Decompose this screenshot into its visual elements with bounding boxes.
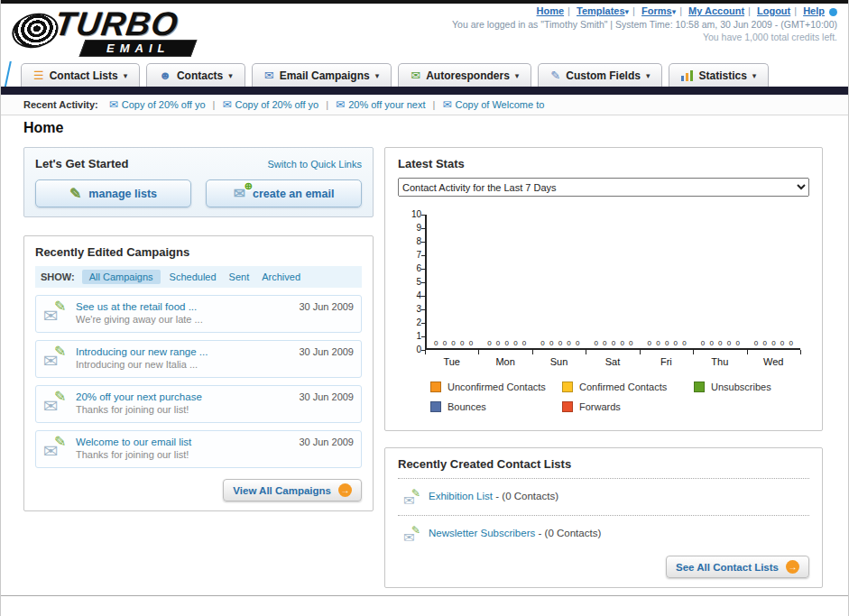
switch-quick-links[interactable]: Switch to Quick Links bbox=[267, 159, 362, 170]
legend-swatch bbox=[694, 382, 705, 392]
top-link-my-account[interactable]: My Account bbox=[688, 5, 744, 16]
x-axis-day-label: Tue bbox=[425, 356, 478, 367]
envelope-plus-icon: ✉⊕ bbox=[234, 185, 245, 202]
chevron-down-icon: ▾ bbox=[515, 71, 520, 80]
chevron-down-icon: ▾ bbox=[124, 71, 128, 80]
recent-activity-item[interactable]: ✉ 20% off your next bbox=[336, 98, 425, 111]
campaign-row[interactable]: ✉✎ Introducing our new range ... Introdu… bbox=[35, 340, 362, 378]
latest-stats-panel: Latest Stats Contact Activity for the La… bbox=[384, 147, 823, 431]
envelope-pencil-icon: ✉✎ bbox=[403, 526, 425, 544]
contact-list-item[interactable]: ✉✎ Newsletter Subscribers - (0 Contacts) bbox=[398, 523, 809, 545]
recent-activity-label: Recent Activity: bbox=[23, 99, 98, 110]
campaign-date: 30 Jun 2009 bbox=[299, 301, 354, 312]
autoresponders-icon: ✉ bbox=[411, 69, 420, 81]
chevron-down-icon: ▾ bbox=[646, 71, 651, 80]
legend-swatch bbox=[562, 401, 573, 412]
filter-tab-sent[interactable]: Sent bbox=[229, 271, 250, 282]
top-link-templates[interactable]: Templates bbox=[577, 5, 625, 16]
y-axis-tick-label: 9 bbox=[398, 223, 421, 233]
statistics-icon bbox=[681, 70, 693, 81]
page-title: Home bbox=[23, 120, 63, 136]
contact-list-name[interactable]: Exhibition List bbox=[429, 491, 493, 501]
campaign-subtitle: We're giving away our late ... bbox=[76, 314, 354, 325]
recent-activity-item[interactable]: ✉ Copy of 20% off yo bbox=[109, 98, 206, 111]
email-campaigns-icon: ✉ bbox=[264, 69, 274, 81]
stats-period-select[interactable]: Contact Activity for the Last 7 Days bbox=[398, 178, 809, 197]
top-link-logout[interactable]: Logout bbox=[757, 5, 790, 16]
contact-activity-chart: 012345678910 0 0 0 0 00 0 0 0 00 0 0 0 0… bbox=[398, 215, 809, 421]
top-link-help[interactable]: Help bbox=[803, 5, 825, 16]
login-info: You are logged in as "Timothy Smith" | S… bbox=[452, 19, 837, 30]
contact-list-name[interactable]: Newsletter Subscribers bbox=[429, 528, 535, 538]
chart-x-labels: TueMonSunSatFriThuWed bbox=[425, 356, 800, 367]
campaign-date: 30 Jun 2009 bbox=[299, 437, 354, 447]
chart-value-group: 0 0 0 0 0 bbox=[427, 339, 480, 347]
contacts-icon: ☻ bbox=[159, 69, 171, 81]
nav-tab-autoresponders[interactable]: ✉ Autoresponders ▾ bbox=[398, 63, 531, 87]
envelope-pencil-icon: ✉✎ bbox=[43, 391, 72, 415]
y-axis-tick-label: 1 bbox=[398, 331, 421, 341]
y-axis-tick-label: 8 bbox=[398, 236, 421, 246]
filter-tab-archived[interactable]: Archived bbox=[262, 271, 300, 282]
contact-list-detail: - (0 Contacts) bbox=[539, 528, 602, 538]
nav-tab-statistics[interactable]: Statistics ▾ bbox=[669, 63, 769, 87]
recent-activity-item[interactable]: ✉ Copy of Welcome to bbox=[442, 98, 544, 111]
nav-tab-contact-lists[interactable]: ☰ Contact Lists ▾ bbox=[21, 63, 140, 87]
x-axis-day-label: Mon bbox=[478, 356, 531, 367]
see-all-contact-lists-button[interactable]: See All Contact Lists → bbox=[666, 556, 809, 578]
manage-lists-button[interactable]: ✎ manage lists bbox=[35, 179, 191, 207]
y-axis-tick-label: 0 bbox=[398, 345, 421, 354]
envelope-pencil-icon: ✉✎ bbox=[43, 437, 72, 460]
nav-tab-custom-fields[interactable]: ✎ Custom Fields ▾ bbox=[538, 63, 662, 87]
x-axis-day-label: Fri bbox=[640, 356, 693, 367]
legend-item: Bounces bbox=[430, 401, 562, 412]
y-axis-tick-label: 6 bbox=[398, 263, 421, 273]
legend-swatch bbox=[562, 382, 573, 392]
right-column: Latest Stats Contact Activity for the La… bbox=[384, 147, 823, 588]
recent-activity-item[interactable]: ✉ Copy of 20% off yo bbox=[222, 98, 318, 111]
filter-tab-scheduled[interactable]: Scheduled bbox=[170, 271, 217, 282]
help-icon[interactable] bbox=[829, 8, 837, 16]
chart-x-ticks bbox=[425, 350, 800, 354]
chart-value-group: 0 0 0 0 0 bbox=[480, 339, 533, 347]
envelope-icon: ✉ bbox=[109, 98, 118, 111]
campaign-row[interactable]: ✉✎ Welcome to our email list Thanks for … bbox=[35, 430, 362, 468]
get-started-panel: Let's Get Started Switch to Quick Links … bbox=[23, 147, 374, 217]
contact-list-detail: - (0 Contacts) bbox=[495, 491, 558, 501]
view-all-campaigns-button[interactable]: View All Campaigns → bbox=[223, 479, 362, 501]
envelope-pencil-icon: ✉✎ bbox=[43, 346, 72, 370]
logo-text-email: EMAIL bbox=[106, 41, 170, 55]
legend-swatch bbox=[430, 401, 441, 412]
y-axis-tick-label: 4 bbox=[398, 290, 421, 300]
show-label: SHOW: bbox=[41, 271, 75, 282]
chart-value-group: 0 0 0 0 0 bbox=[586, 339, 640, 347]
y-axis-tick-label: 5 bbox=[398, 277, 421, 287]
contact-list-item[interactable]: ✉✎ Exhibition List - (0 Contacts) bbox=[398, 486, 809, 508]
filter-tab-all-campaigns[interactable]: All Campaigns bbox=[82, 270, 161, 284]
top-link-forms[interactable]: Forms bbox=[641, 5, 672, 16]
chevron-down-icon: ▾ bbox=[672, 7, 677, 16]
legend-label: Unconfirmed Contacts bbox=[448, 382, 546, 392]
page: TURBO EMAIL Home| Templates▾| Forms▾| My… bbox=[0, 0, 849, 616]
recent-contact-lists-panel: Recently Created Contact Lists ✉✎ Exhibi… bbox=[384, 447, 823, 588]
legend-label: Bounces bbox=[448, 401, 486, 412]
chart-value-group: 0 0 0 0 0 bbox=[533, 339, 586, 347]
legend-item: Forwards bbox=[562, 401, 694, 412]
legend-item: Confirmed Contacts bbox=[562, 382, 694, 392]
top-links: Home| Templates▾| Forms▾| My Account| Lo… bbox=[452, 5, 837, 16]
get-started-title: Let's Get Started bbox=[35, 157, 129, 170]
campaign-date: 30 Jun 2009 bbox=[299, 391, 354, 402]
nav-tab-email-campaigns[interactable]: ✉ Email Campaigns ▾ bbox=[252, 63, 392, 87]
legend-label: Forwards bbox=[579, 401, 621, 412]
credits-info: You have 1,000 total credits left. bbox=[452, 32, 837, 42]
envelope-icon: ✉ bbox=[336, 98, 345, 111]
header-right: Home| Templates▾| Forms▾| My Account| Lo… bbox=[452, 5, 837, 42]
campaign-row[interactable]: ✉✎ 20% off your next purchase Thanks for… bbox=[35, 385, 362, 423]
recent-activity-bar: Recent Activity: ✉ Copy of 20% off yo | … bbox=[1, 95, 848, 115]
nav-tab-contacts[interactable]: ☻ Contacts ▾ bbox=[146, 63, 245, 87]
campaign-row[interactable]: ✉✎ See us at the retail food ... We're g… bbox=[35, 295, 362, 333]
create-email-button[interactable]: ✉⊕ create an email bbox=[206, 179, 362, 207]
logo-text-email-band: EMAIL bbox=[79, 40, 198, 57]
x-axis-day-label: Wed bbox=[747, 356, 800, 367]
top-link-home[interactable]: Home bbox=[537, 5, 565, 16]
